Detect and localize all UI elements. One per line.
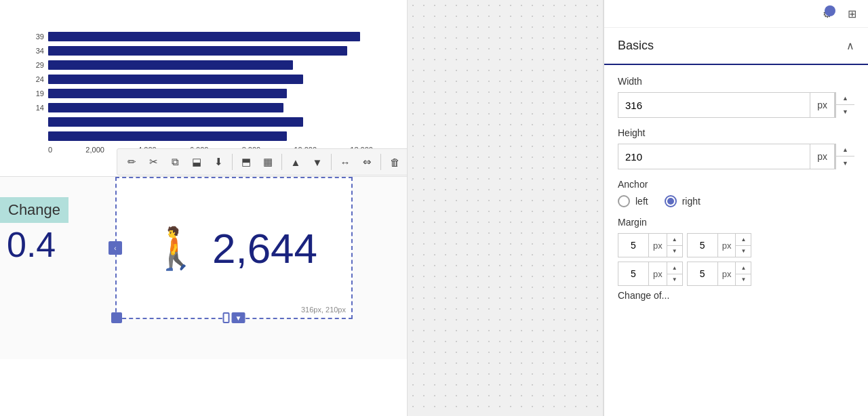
anchor-left-radio[interactable]	[618, 195, 630, 207]
height-down-arrow[interactable]: ▼	[835, 157, 854, 169]
margin-top-row: px ▲ ▼ px ▲ ▼	[618, 233, 854, 257]
export-icon[interactable]: ⊞	[842, 4, 861, 23]
toolbar: ✏ ✂ ⧉ ⬓ ⬇ ⬒ ▦ ▲ ▼ ↔ ⇔ 🗑	[117, 148, 407, 175]
bar	[48, 60, 293, 70]
width-label: Width	[618, 76, 854, 87]
width-unit-label: px	[810, 93, 835, 117]
anchor-right-label: right	[682, 196, 701, 207]
margin-top-input[interactable]	[618, 234, 648, 257]
move-up-button[interactable]: ▲	[285, 152, 306, 172]
bar	[48, 75, 303, 84]
anchor-label: Anchor	[618, 179, 854, 190]
width-up-arrow[interactable]: ▲	[835, 92, 854, 105]
anchor-right-option[interactable]: right	[665, 195, 701, 207]
align-center-button[interactable]: ▦	[258, 152, 278, 172]
margin-bottom-down[interactable]: ▼	[667, 274, 682, 286]
resize-handle-left[interactable]: ‹	[108, 241, 122, 255]
margin-top-input-group: px ▲ ▼	[618, 233, 683, 257]
anchor-right-radio[interactable]	[665, 195, 677, 207]
selected-widget[interactable]: ✏ ✂ ⧉ ⬓ ⬇ ⬒ ▦ ▲ ▼ ↔ ⇔ 🗑 ‹ 🚶 2,644	[115, 177, 353, 319]
change-label: Change of...	[618, 290, 854, 301]
panel-header-icons: ⚙ ⊞	[604, 0, 868, 28]
expand-button[interactable]: ↔	[335, 152, 355, 172]
chart-panel: 393429241914 0 2,000 4,000 6,000 8,000 1…	[0, 0, 407, 416]
anchor-radio-group: left right	[618, 195, 854, 207]
margin-right-input-group: px ▲ ▼	[687, 233, 752, 257]
resize-dot	[223, 312, 230, 323]
chart-bars: 393429241914	[27, 7, 373, 142]
margin-right-down[interactable]: ▼	[736, 246, 751, 257]
margin-bottom-input[interactable]	[618, 262, 648, 285]
margin-right-arrows: ▲ ▼	[735, 234, 751, 257]
bar-row: 34	[27, 45, 373, 57]
move-down-button[interactable]: ▼	[307, 152, 328, 172]
margin-right-up[interactable]: ▲	[736, 234, 751, 246]
margin-label: Margin	[618, 217, 854, 228]
radio-dot	[667, 198, 674, 205]
bar	[48, 103, 283, 112]
paste-button[interactable]: ⬓	[186, 152, 207, 172]
widget-size-label: 316px, 210px	[301, 306, 346, 314]
margin-top-down[interactable]: ▼	[667, 246, 682, 257]
width-arrows: ▲ ▼	[835, 92, 854, 118]
margin-left-input-group: px ▲ ▼	[687, 262, 752, 286]
margin-top-up[interactable]: ▲	[667, 234, 682, 246]
width-down-arrow[interactable]: ▼	[835, 105, 854, 118]
bar-row: 39	[27, 30, 373, 43]
bar	[48, 46, 347, 56]
copy-button[interactable]: ⧉	[165, 152, 185, 172]
height-input[interactable]	[618, 144, 810, 169]
edit-button[interactable]: ✏	[121, 152, 142, 172]
bar-row	[27, 130, 373, 142]
bar-label: 39	[27, 33, 44, 41]
big-number: 0.4	[0, 224, 56, 265]
margin-top-unit: px	[648, 234, 667, 257]
height-input-row: px ▲ ▼	[618, 144, 854, 169]
bar	[48, 32, 360, 41]
margin-left-unit: px	[717, 262, 736, 285]
separator-1	[232, 154, 233, 170]
width-unit-box: px	[810, 92, 835, 118]
height-up-arrow[interactable]: ▲	[835, 144, 854, 157]
bar-row: 29	[27, 59, 373, 71]
resize-arrow-down[interactable]: ▼	[232, 312, 245, 323]
margin-left-up[interactable]: ▲	[736, 262, 751, 274]
section-title: Basics	[618, 39, 654, 53]
margin-bottom-arrows: ▲ ▼	[667, 262, 682, 285]
resize-handle-bottom-left[interactable]	[111, 312, 122, 323]
bar-row	[27, 116, 373, 128]
properties-panel: ⚙ ⊞ Basics ∧ Width px ▲ ▼ Height px	[604, 0, 868, 416]
separator-4	[380, 154, 381, 170]
align-top-button[interactable]: ⬒	[236, 152, 256, 172]
cut-button[interactable]: ✂	[143, 152, 163, 172]
margin-bottom-row: px ▲ ▼ px ▲ ▼	[618, 262, 854, 286]
margin-right-input[interactable]	[688, 234, 717, 257]
separator-3	[331, 154, 332, 170]
widget-person-icon: 🚶	[151, 224, 201, 272]
collapse-button[interactable]: ⇔	[357, 152, 377, 172]
margin-bottom-up[interactable]: ▲	[667, 262, 682, 274]
margin-left-down[interactable]: ▼	[736, 274, 751, 286]
height-unit-box: px	[810, 144, 835, 169]
anchor-left-option[interactable]: left	[618, 195, 648, 207]
download-button[interactable]: ⬇	[208, 152, 229, 172]
collapse-icon[interactable]: ∧	[846, 39, 854, 52]
bar	[48, 117, 303, 127]
bar-label: 34	[27, 47, 44, 55]
bar-label: 19	[27, 89, 44, 98]
section-content: Width px ▲ ▼ Height px ▲ ▼ Anchor	[604, 65, 868, 317]
margin-left-arrows: ▲ ▼	[735, 262, 751, 285]
widget-area: Change 0.4 ✏ ✂ ⧉ ⬓ ⬇ ⬒ ▦ ▲ ▼ ↔ ⇔ 🗑	[0, 176, 407, 359]
anchor-left-label: left	[635, 196, 648, 207]
basics-section-header: Basics ∧	[604, 28, 868, 65]
bar-label: 29	[27, 61, 44, 69]
margin-bottom-unit: px	[648, 262, 667, 285]
bar-label: 24	[27, 75, 44, 83]
bar	[48, 89, 287, 98]
margin-left-input[interactable]	[688, 262, 717, 285]
delete-button[interactable]: 🗑	[384, 152, 405, 172]
separator-2	[281, 154, 282, 170]
width-input-row: px ▲ ▼	[618, 92, 854, 118]
width-input[interactable]	[618, 92, 810, 118]
resize-handle-bottom-center[interactable]: ▼	[223, 312, 245, 323]
